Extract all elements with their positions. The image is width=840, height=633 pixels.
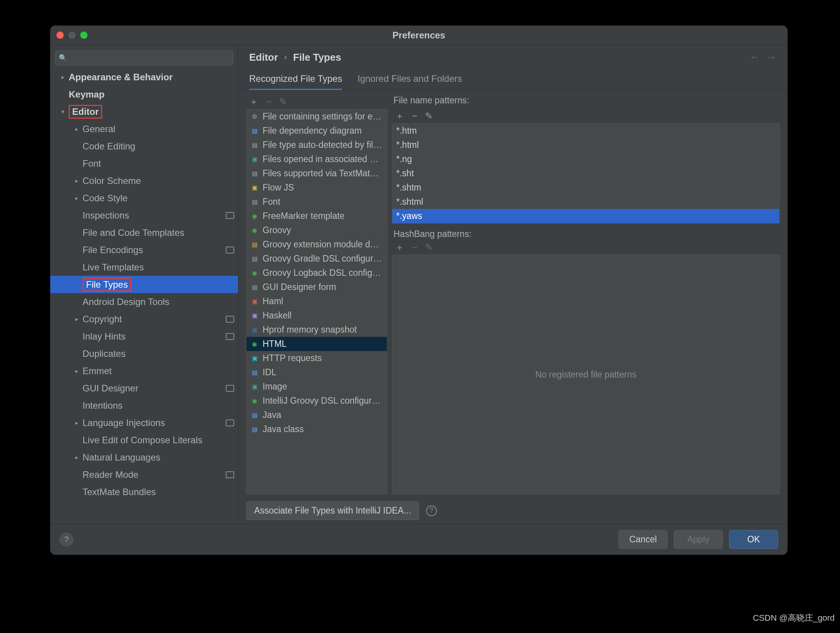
nav-forward-icon[interactable]: → (766, 51, 777, 63)
edit-icon[interactable]: ✎ (425, 111, 433, 121)
file-type-item[interactable]: ◉Groovy (246, 223, 387, 237)
sidebar-item-copyright[interactable]: ▸Copyright (50, 310, 238, 328)
tab-ignored-files-and-folders[interactable]: Ignored Files and Folders (357, 70, 462, 89)
file-type-item[interactable]: ▤GUI Designer form (246, 280, 387, 294)
file-type-icon: ▣ (250, 355, 259, 362)
remove-icon[interactable]: − (412, 111, 417, 121)
sidebar-item-language-injections[interactable]: ▸Language Injections (50, 414, 238, 431)
sidebar-item-inlay-hints[interactable]: Inlay Hints (50, 328, 238, 345)
file-type-label: Flow JS (263, 182, 294, 193)
file-type-item[interactable]: ▣Files opened in associated applications (246, 152, 387, 166)
sidebar-item-natural-languages[interactable]: ▸Natural Languages (50, 449, 238, 466)
file-type-item[interactable]: ◉IntelliJ Groovy DSL configuration (246, 394, 387, 408)
pattern-item[interactable]: *.ng (392, 152, 779, 166)
edit-icon[interactable]: ✎ (279, 96, 287, 107)
file-type-item[interactable]: ▤Font (246, 195, 387, 209)
sidebar-item-label: Editor (69, 105, 234, 119)
remove-icon[interactable]: − (412, 242, 417, 253)
sidebar-item-live-templates[interactable]: Live Templates (50, 259, 238, 276)
file-name-patterns-box: ＋ − ✎ *.htm*.html*.ng*.sht*.shtm*.shtml*… (392, 109, 780, 224)
sidebar-item-file-and-code-templates[interactable]: File and Code Templates (50, 224, 238, 241)
chevron-down-icon: ▾ (60, 108, 66, 115)
sidebar-item-live-edit-of-compose-literals[interactable]: Live Edit of Compose Literals (50, 431, 238, 449)
file-type-label: Haskell (263, 310, 291, 321)
pattern-item[interactable]: *.shtm (392, 181, 779, 195)
sidebar-item-intentions[interactable]: Intentions (50, 397, 238, 414)
cancel-button[interactable]: Cancel (618, 530, 668, 549)
file-type-icon: ▤ (250, 241, 259, 249)
add-icon[interactable]: ＋ (395, 241, 404, 254)
help-icon[interactable]: ? (426, 505, 437, 516)
file-type-item[interactable]: ▤IDL (246, 365, 387, 379)
sidebar-item-label: Appearance & Behavior (69, 72, 234, 83)
file-name-patterns-list[interactable]: *.htm*.html*.ng*.sht*.shtm*.shtml*.yaws (392, 123, 780, 224)
pattern-item[interactable]: *.htm (392, 124, 779, 138)
pattern-item[interactable]: *.yaws (392, 209, 779, 223)
sidebar-item-inspections[interactable]: Inspections (50, 207, 238, 224)
sidebar-item-gui-designer[interactable]: GUI Designer (50, 379, 238, 397)
file-type-item[interactable]: ◉FreeMarker template (246, 209, 387, 223)
ok-button[interactable]: OK (729, 530, 778, 549)
sidebar-item-label: Font (83, 158, 234, 169)
patterns-column: File name patterns: ＋ − ✎ *.htm*.html*.n… (392, 94, 780, 494)
associate-file-types-button[interactable]: Associate File Types with IntelliJ IDEA.… (246, 501, 419, 520)
pattern-item[interactable]: *.html (392, 138, 779, 152)
sidebar-item-code-editing[interactable]: Code Editing (50, 138, 238, 155)
file-type-item[interactable]: ▣Haml (246, 294, 387, 308)
file-type-item[interactable]: ▤File dependency diagram (246, 124, 387, 138)
file-types-list[interactable]: ⚙File containing settings for entry▤File… (246, 109, 387, 494)
hashbang-list[interactable]: No registered file patterns (392, 255, 780, 494)
sidebar-item-keymap[interactable]: Keymap (50, 86, 238, 103)
project-badge-icon (226, 471, 234, 478)
remove-icon[interactable]: − (266, 96, 271, 107)
sidebar-item-textmate-bundles[interactable]: TextMate Bundles (50, 483, 238, 500)
file-type-item[interactable]: ▣HTTP requests (246, 351, 387, 365)
file-type-item[interactable]: ▣Image (246, 379, 387, 394)
sidebar-item-editor[interactable]: ▾Editor (50, 103, 238, 120)
file-type-item[interactable]: ⚙File containing settings for entry (246, 109, 387, 124)
add-icon[interactable]: ＋ (249, 96, 258, 108)
sidebar-item-reader-mode[interactable]: Reader Mode (50, 466, 238, 483)
sidebar-item-label: Code Style (83, 193, 234, 204)
file-type-item[interactable]: ▤Java class (246, 422, 387, 436)
file-type-item[interactable]: ▣Hprof memory snapshot (246, 323, 387, 337)
sidebar-item-label: General (83, 124, 234, 134)
sidebar-item-appearance-behavior[interactable]: ▸Appearance & Behavior (50, 68, 238, 86)
dialog-footer: ? Cancel Apply OK (50, 524, 787, 555)
project-badge-icon (226, 316, 234, 323)
file-type-item[interactable]: ▤Java (246, 408, 387, 422)
tab-recognized-file-types[interactable]: Recognized File Types (249, 70, 342, 90)
breadcrumb-page: File Types (293, 51, 341, 63)
sidebar-item-file-encodings[interactable]: File Encodings (50, 241, 238, 259)
file-type-item[interactable]: ▤File type auto-detected by file content (246, 138, 387, 152)
file-type-item[interactable]: ▣Haskell (246, 308, 387, 323)
sidebar-item-file-types[interactable]: File Types (50, 276, 238, 293)
sidebar-item-font[interactable]: Font (50, 155, 238, 172)
help-button[interactable]: ? (60, 533, 73, 547)
sidebar-item-duplicates[interactable]: Duplicates (50, 345, 238, 362)
sidebar-item-label: Live Edit of Compose Literals (83, 435, 234, 446)
edit-icon[interactable]: ✎ (425, 242, 433, 253)
sidebar-item-code-style[interactable]: ▸Code Style (50, 189, 238, 207)
sidebar-item-emmet[interactable]: ▸Emmet (50, 362, 238, 379)
pattern-item[interactable]: *.shtml (392, 195, 779, 209)
file-type-item[interactable]: ◉Groovy Logback DSL configuration (246, 266, 387, 280)
add-icon[interactable]: ＋ (395, 110, 404, 122)
search-input[interactable] (55, 50, 233, 65)
file-type-icon: ▤ (250, 255, 259, 263)
nav-back-icon[interactable]: ← (749, 51, 760, 63)
sidebar-item-general[interactable]: ▸General (50, 120, 238, 138)
file-type-item[interactable]: ▣Flow JS (246, 181, 387, 195)
pattern-item[interactable]: *.sht (392, 166, 779, 181)
sidebar-item-color-scheme[interactable]: ▸Color Scheme (50, 172, 238, 189)
apply-button[interactable]: Apply (674, 530, 723, 549)
sidebar-item-android-design-tools[interactable]: Android Design Tools (50, 293, 238, 310)
file-type-icon: ⚙ (250, 113, 259, 121)
file-type-label: HTTP requests (263, 353, 322, 363)
file-type-item[interactable]: ◉HTML (246, 337, 387, 351)
file-type-icon: ◉ (250, 227, 259, 234)
file-type-item[interactable]: ▤Groovy extension module descriptor (246, 237, 387, 252)
file-type-item[interactable]: ▤Groovy Gradle DSL configuration (246, 252, 387, 266)
file-type-label: Image (263, 381, 287, 392)
file-type-item[interactable]: ▤Files supported via TextMate bundles (246, 166, 387, 181)
